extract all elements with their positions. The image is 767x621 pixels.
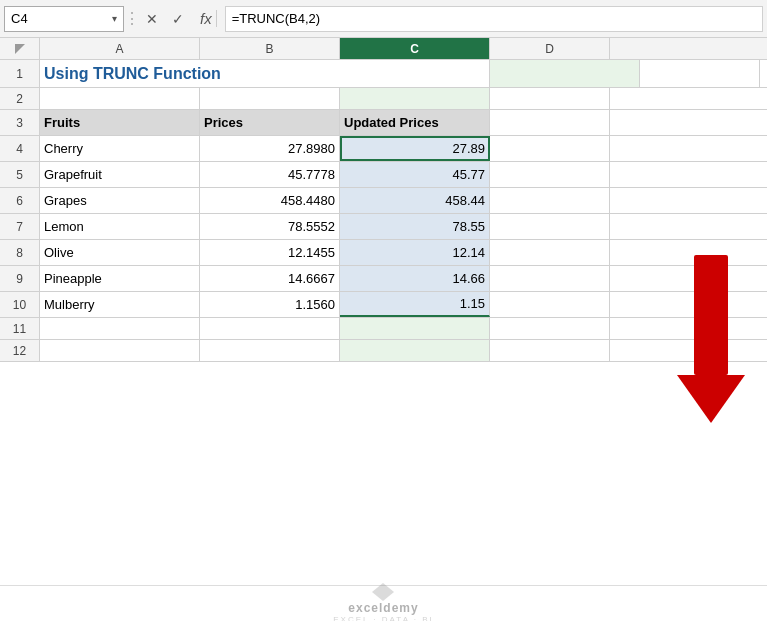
cell-C7[interactable]: 78.55 [340, 214, 490, 239]
cell-D12[interactable] [490, 340, 610, 361]
table-row: 10 Mulberry 1.1560 1.15 [0, 292, 767, 318]
col-header-D[interactable]: D [490, 38, 610, 59]
cell-C12[interactable] [340, 340, 490, 361]
cell-B9[interactable]: 14.6667 [200, 266, 340, 291]
cell-C3[interactable]: Updated Prices [340, 110, 490, 135]
cell-D3[interactable] [490, 110, 610, 135]
row-num-header [0, 38, 40, 59]
cell-B4[interactable]: 27.8980 [200, 136, 340, 161]
cell-D7[interactable] [490, 214, 610, 239]
logo-tagline: EXCEL · DATA · BI [333, 615, 434, 621]
cell-B2[interactable] [200, 88, 340, 109]
spreadsheet-body: 1 Using TRUNC Function 2 3 Fruits [0, 60, 767, 585]
cell-A5[interactable]: Grapefruit [40, 162, 200, 187]
cell-B3[interactable]: Prices [200, 110, 340, 135]
row-num-1: 1 [0, 60, 40, 87]
row-num-5: 5 [0, 162, 40, 187]
cell-D4[interactable] [490, 136, 610, 161]
cell-B6[interactable]: 458.4480 [200, 188, 340, 213]
cell-C11[interactable] [340, 318, 490, 339]
col-headers: A B C D [0, 38, 767, 60]
row-num-10: 10 [0, 292, 40, 317]
formula-bar: C4 ▾ ⋮ ✕ ✓ fx [0, 0, 767, 38]
fx-label: fx [196, 10, 217, 27]
cell-A10[interactable]: Mulberry [40, 292, 200, 317]
cell-A7[interactable]: Lemon [40, 214, 200, 239]
cell-C1[interactable] [490, 60, 640, 87]
cancel-icon[interactable]: ✕ [142, 9, 162, 29]
cell-C9[interactable]: 14.66 [340, 266, 490, 291]
cell-A11[interactable] [40, 318, 200, 339]
row-num-7: 7 [0, 214, 40, 239]
formula-divider: ⋮ [128, 6, 134, 32]
cell-D1[interactable] [640, 60, 760, 87]
cell-A6[interactable]: Grapes [40, 188, 200, 213]
main-grid: 1 Using TRUNC Function 2 3 Fruits [0, 60, 767, 585]
table-row: 6 Grapes 458.4480 458.44 [0, 188, 767, 214]
table-row: 5 Grapefruit 45.7778 45.77 [0, 162, 767, 188]
table-row: 11 [0, 318, 767, 340]
cell-C2[interactable] [340, 88, 490, 109]
cell-C10[interactable]: 1.15 [340, 292, 490, 317]
logo-name: exceldemy [348, 601, 418, 615]
row-num-4: 4 [0, 136, 40, 161]
cell-B12[interactable] [200, 340, 340, 361]
row-num-8: 8 [0, 240, 40, 265]
excel-window: C4 ▾ ⋮ ✕ ✓ fx A B C D [0, 0, 767, 621]
down-arrow-indicator [677, 255, 745, 423]
cell-B8[interactable]: 12.1455 [200, 240, 340, 265]
cell-D10[interactable] [490, 292, 610, 317]
cell-C6[interactable]: 458.44 [340, 188, 490, 213]
formula-input[interactable] [225, 6, 763, 32]
cell-D11[interactable] [490, 318, 610, 339]
cell-B5[interactable]: 45.7778 [200, 162, 340, 187]
cell-B11[interactable] [200, 318, 340, 339]
arrow-head [677, 375, 745, 423]
row-num-11: 11 [0, 318, 40, 339]
cell-A3[interactable]: Fruits [40, 110, 200, 135]
cell-C8[interactable]: 12.14 [340, 240, 490, 265]
cell-D6[interactable] [490, 188, 610, 213]
formula-icons: ✕ ✓ [138, 9, 192, 29]
cell-A8[interactable]: Olive [40, 240, 200, 265]
name-box-arrow[interactable]: ▾ [112, 13, 117, 24]
cell-C4[interactable]: 27.89 [340, 136, 490, 161]
cell-A1[interactable]: Using TRUNC Function [40, 60, 490, 87]
table-row: 7 Lemon 78.5552 78.55 [0, 214, 767, 240]
dots-icon: ⋮ [124, 9, 138, 28]
cell-B10[interactable]: 1.1560 [200, 292, 340, 317]
svg-marker-1 [372, 583, 394, 601]
cell-D9[interactable] [490, 266, 610, 291]
col-header-A[interactable]: A [40, 38, 200, 59]
row-num-2: 2 [0, 88, 40, 109]
cell-A2[interactable] [40, 88, 200, 109]
cell-C5[interactable]: 45.77 [340, 162, 490, 187]
name-box[interactable]: C4 ▾ [4, 6, 124, 32]
col-header-B[interactable]: B [200, 38, 340, 59]
table-row: 12 [0, 340, 767, 362]
table-row: 2 [0, 88, 767, 110]
exceldemy-logo: exceldemy EXCEL · DATA · BI [333, 583, 434, 621]
cell-A9[interactable]: Pineapple [40, 266, 200, 291]
cell-A12[interactable] [40, 340, 200, 361]
table-row: 8 Olive 12.1455 12.14 [0, 240, 767, 266]
cell-D5[interactable] [490, 162, 610, 187]
cell-D8[interactable] [490, 240, 610, 265]
table-row: 1 Using TRUNC Function [0, 60, 767, 88]
exceldemy-logo-icon [372, 583, 394, 601]
row-num-6: 6 [0, 188, 40, 213]
spreadsheet-container: A B C D 1 Using TRUNC Function 2 [0, 38, 767, 585]
bottom-bar: exceldemy EXCEL · DATA · BI [0, 585, 767, 621]
svg-marker-0 [15, 44, 25, 54]
row-num-3: 3 [0, 110, 40, 135]
cell-B7[interactable]: 78.5552 [200, 214, 340, 239]
arrow-shaft [694, 255, 728, 375]
table-row: 9 Pineapple 14.6667 14.66 [0, 266, 767, 292]
col-header-C[interactable]: C [340, 38, 490, 59]
table-row: 4 Cherry 27.8980 27.89 [0, 136, 767, 162]
confirm-icon[interactable]: ✓ [168, 9, 188, 29]
cell-D2[interactable] [490, 88, 610, 109]
row-num-12: 12 [0, 340, 40, 361]
row-num-9: 9 [0, 266, 40, 291]
cell-A4[interactable]: Cherry [40, 136, 200, 161]
